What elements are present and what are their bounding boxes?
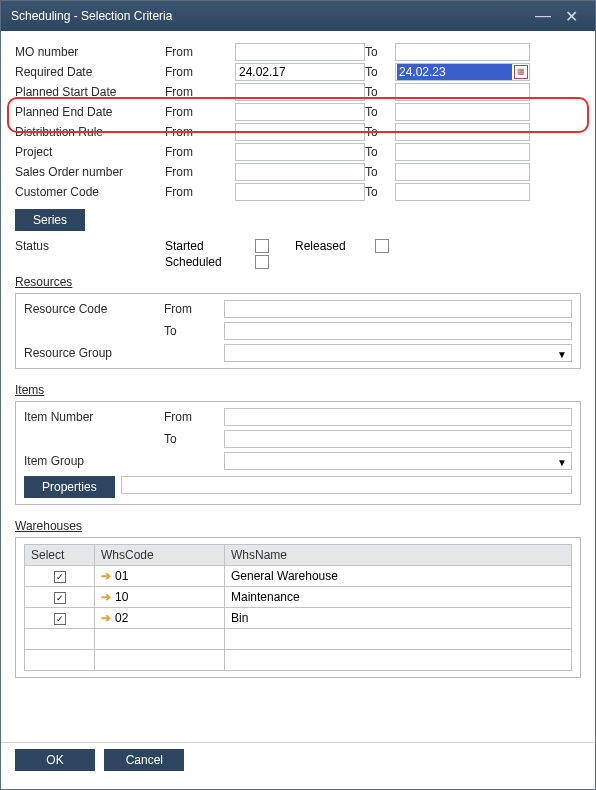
resources-panel: Resource Code From To Resource Group ▼: [15, 293, 581, 369]
criteria-to-input[interactable]: [395, 43, 530, 61]
to-label: To: [365, 145, 395, 159]
window-title: Scheduling - Selection Criteria: [11, 9, 172, 23]
status-started-label: Started: [165, 239, 255, 253]
items-heading: Items: [15, 383, 44, 397]
criteria-label: MO number: [15, 45, 165, 59]
to-label: To: [365, 105, 395, 119]
item-group-label: Item Group: [24, 454, 164, 468]
whs-header-select[interactable]: Select: [25, 545, 95, 566]
from-label: From: [164, 302, 224, 316]
item-number-label: Item Number: [24, 410, 164, 424]
calendar-icon[interactable]: ▦: [514, 65, 528, 79]
resources-heading: Resources: [15, 275, 72, 289]
warehouses-table: Select WhsCode WhsName ✓➔01General Wareh…: [24, 544, 572, 671]
resource-code-from-input[interactable]: [224, 300, 572, 318]
criteria-label: Sales Order number: [15, 165, 165, 179]
cancel-button[interactable]: Cancel: [104, 749, 184, 771]
link-arrow-icon[interactable]: ➔: [101, 590, 111, 604]
link-arrow-icon[interactable]: ➔: [101, 611, 111, 625]
resource-group-label: Resource Group: [24, 346, 164, 360]
whs-code-cell: ➔02: [95, 608, 225, 629]
titlebar: Scheduling - Selection Criteria — ✕: [1, 1, 595, 31]
criteria-from-input[interactable]: [235, 183, 365, 201]
resource-code-to-input[interactable]: [224, 322, 572, 340]
to-label: To: [365, 65, 395, 79]
status-label: Status: [15, 239, 165, 253]
ok-button[interactable]: OK: [15, 749, 95, 771]
whs-header-name[interactable]: WhsName: [225, 545, 572, 566]
from-label: From: [164, 410, 224, 424]
item-number-to-input[interactable]: [224, 430, 572, 448]
to-label: To: [164, 432, 224, 446]
criteria-to-input[interactable]: [395, 123, 530, 141]
resource-code-label: Resource Code: [24, 302, 164, 316]
criteria-to-input[interactable]: [395, 183, 530, 201]
close-icon[interactable]: ✕: [557, 7, 585, 26]
criteria-from-input[interactable]: [235, 83, 365, 101]
criteria-to-input[interactable]: [395, 83, 530, 101]
whs-code-cell: ➔01: [95, 566, 225, 587]
status-scheduled-checkbox[interactable]: [255, 255, 269, 269]
table-row[interactable]: ✓➔10Maintenance: [25, 587, 572, 608]
minimize-icon[interactable]: —: [529, 7, 557, 25]
status-released-checkbox[interactable]: [375, 239, 389, 253]
dialog-footer: OK Cancel: [1, 742, 595, 789]
warehouses-heading: Warehouses: [15, 519, 82, 533]
status-released-label: Released: [295, 239, 375, 253]
to-label: To: [365, 85, 395, 99]
from-label: From: [165, 125, 235, 139]
properties-button[interactable]: Properties: [24, 476, 115, 498]
row-checkbox[interactable]: ✓: [54, 571, 66, 583]
criteria-from-input[interactable]: [235, 123, 365, 141]
to-label: To: [365, 45, 395, 59]
criteria-label: Planned End Date: [15, 105, 165, 119]
criteria-to-input[interactable]: [395, 163, 530, 181]
criteria-from-input[interactable]: [235, 103, 365, 121]
whs-header-code[interactable]: WhsCode: [95, 545, 225, 566]
item-number-from-input[interactable]: [224, 408, 572, 426]
criteria-to-input[interactable]: 24.02.23▦: [395, 63, 530, 81]
whs-name-cell: Bin: [225, 608, 572, 629]
table-row[interactable]: ✓➔01General Warehouse: [25, 566, 572, 587]
row-checkbox[interactable]: ✓: [54, 592, 66, 604]
to-label: To: [365, 165, 395, 179]
chevron-down-icon: ▼: [557, 455, 567, 471]
whs-name-cell: Maintenance: [225, 587, 572, 608]
criteria-from-input[interactable]: [235, 43, 365, 61]
link-arrow-icon[interactable]: ➔: [101, 569, 111, 583]
dialog-body: MO numberFromToRequired DateFrom24.02.17…: [1, 31, 595, 742]
criteria-grid: MO numberFromToRequired DateFrom24.02.17…: [15, 43, 581, 201]
warehouses-panel: Select WhsCode WhsName ✓➔01General Wareh…: [15, 537, 581, 678]
from-label: From: [165, 85, 235, 99]
criteria-label: Planned Start Date: [15, 85, 165, 99]
resource-group-dropdown[interactable]: ▼: [224, 344, 572, 362]
series-button[interactable]: Series: [15, 209, 85, 231]
items-panel: Item Number From To Item Group ▼ Propert…: [15, 401, 581, 505]
row-checkbox[interactable]: ✓: [54, 613, 66, 625]
table-row: [25, 650, 572, 671]
status-started-checkbox[interactable]: [255, 239, 269, 253]
criteria-label: Customer Code: [15, 185, 165, 199]
item-group-dropdown[interactable]: ▼: [224, 452, 572, 470]
criteria-to-input[interactable]: [395, 143, 530, 161]
from-label: From: [165, 185, 235, 199]
criteria-label: Project: [15, 145, 165, 159]
criteria-from-input[interactable]: [235, 163, 365, 181]
from-label: From: [165, 45, 235, 59]
to-label: To: [365, 185, 395, 199]
status-scheduled-label: Scheduled: [165, 255, 255, 269]
whs-code-cell: ➔10: [95, 587, 225, 608]
from-label: From: [165, 165, 235, 179]
to-label: To: [365, 125, 395, 139]
table-row[interactable]: ✓➔02Bin: [25, 608, 572, 629]
from-label: From: [165, 105, 235, 119]
whs-name-cell: General Warehouse: [225, 566, 572, 587]
criteria-from-input[interactable]: 24.02.17: [235, 63, 365, 81]
criteria-label: Distribution Rule: [15, 125, 165, 139]
criteria-from-input[interactable]: [235, 143, 365, 161]
from-label: From: [165, 65, 235, 79]
criteria-to-input[interactable]: [395, 103, 530, 121]
from-label: From: [165, 145, 235, 159]
table-row: [25, 629, 572, 650]
to-label: To: [164, 324, 224, 338]
